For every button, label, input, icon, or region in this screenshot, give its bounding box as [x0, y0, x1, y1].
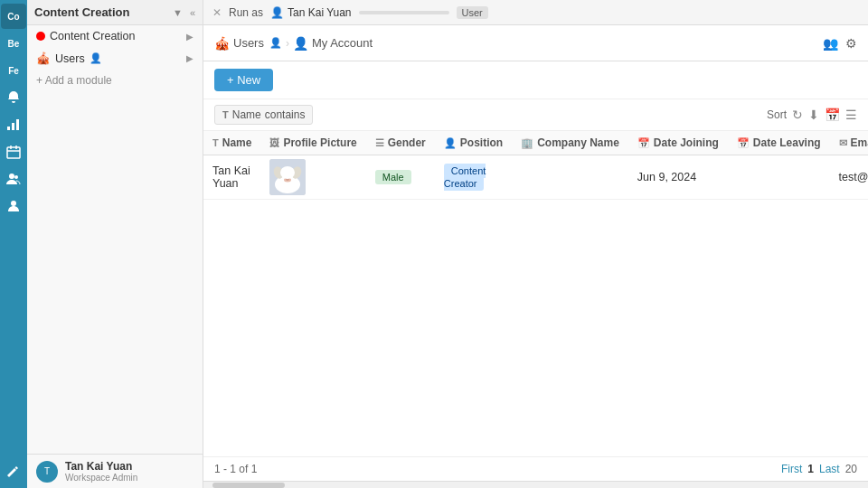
icon-bar-app[interactable]: Co [1, 4, 26, 29]
settings-icon[interactable]: ⚙ [845, 36, 857, 51]
avatar: T [36, 461, 58, 483]
sort-bar: Sort ↻ ⬇ 📅 ☰ [767, 108, 857, 122]
filter-type-icon: T [222, 109, 229, 120]
sidebar-item-content-creation[interactable]: Content Creation ▶ [27, 25, 203, 47]
breadcrumb-my-account[interactable]: 👤 My Account [293, 36, 373, 51]
cell-position: Content Creator [435, 155, 512, 200]
icon-bar-fe[interactable]: Fe [1, 58, 26, 83]
share-icon[interactable]: 👥 [823, 36, 838, 51]
col-position: 👤Position [435, 131, 512, 155]
content-creation-dot-icon [36, 32, 45, 41]
cell-gender: Male [366, 155, 435, 200]
sidebar-item-content-creation-label: Content Creation [50, 30, 136, 42]
current-page: 1 [807, 463, 814, 475]
sidebar-footer: T Tan Kai Yuan Workspace Admin [27, 454, 203, 488]
svg-point-19 [280, 166, 295, 179]
gender-badge: Male [375, 170, 411, 184]
svg-rect-3 [7, 147, 20, 158]
new-button[interactable]: + New [214, 69, 273, 91]
footer-user-info: Tan Kai Yuan Workspace Admin [65, 460, 137, 483]
profile-picture [269, 159, 306, 195]
svg-rect-2 [16, 119, 19, 130]
svg-rect-1 [12, 123, 14, 130]
breadcrumb-my-account-label: My Account [312, 36, 373, 50]
filter-operator: contains [265, 108, 306, 121]
run-as-user: 👤 Tan Kai Yuan [270, 6, 352, 19]
pagination-bar: 1 - 1 of 1 First 1 Last 20 [203, 456, 868, 481]
sidebar-item-users-arrow-icon: ▶ [186, 53, 193, 63]
bell-icon[interactable] [1, 85, 26, 110]
users-icon-emoji: 🎪 [36, 52, 51, 65]
breadcrumb-users[interactable]: 🎪 Users 👤 [214, 36, 282, 51]
breadcrumb-account-icon: 👤 [293, 36, 308, 51]
cell-profile-picture [260, 155, 365, 200]
users-group-icon[interactable] [1, 166, 26, 192]
first-page-button[interactable]: First [781, 463, 802, 475]
toolbar: + New [203, 61, 868, 99]
download-icon[interactable]: ⬇ [808, 108, 819, 122]
main-content: ✕ Run as 👤 Tan Kai Yuan User 🎪 Users 👤 ›… [203, 0, 868, 488]
top-bar: ✕ Run as 👤 Tan Kai Yuan User [203, 0, 868, 25]
sidebar: Content Creation ▼ « Content Creation ▶ … [27, 0, 203, 488]
refresh-icon[interactable]: ↻ [792, 108, 803, 122]
last-page-button[interactable]: Last [819, 463, 840, 475]
table-header-row: TName 🖼Profile Picture ☰Gender 👤Position… [203, 131, 868, 155]
breadcrumb-separator: › [286, 37, 289, 50]
col-company-name: 🏢Company Name [512, 131, 628, 155]
sort-label: Sort [767, 108, 787, 121]
scrollbar-thumb[interactable] [212, 483, 285, 488]
footer-user-role: Workspace Admin [65, 473, 137, 483]
breadcrumb-users-person-icon: 👤 [269, 37, 282, 49]
cell-date-joining: Jun 9, 2024 [628, 155, 728, 200]
sidebar-collapse-button[interactable]: « [190, 7, 195, 18]
filter-chip[interactable]: T Name contains [214, 105, 313, 125]
sidebar-item-users[interactable]: 🎪 Users 👤 ▶ [27, 47, 203, 70]
position-badge: Content Creator [444, 164, 486, 191]
svg-rect-0 [7, 127, 10, 130]
pagination-range: 1 - 1 of 1 [214, 463, 257, 475]
page-info: First 1 Last 20 [781, 463, 857, 475]
col-gender: ☰Gender [366, 131, 435, 155]
sidebar-item-users-label: Users [55, 52, 85, 65]
add-module-button[interactable]: + Add a module [27, 70, 203, 91]
users-person-icon: 👤 [90, 52, 102, 64]
breadcrumb: 🎪 Users 👤 › 👤 My Account 👥 ⚙ [203, 25, 868, 61]
close-button[interactable]: ✕ [212, 6, 222, 19]
run-as-person-icon: 👤 [270, 6, 284, 19]
col-name: TName [203, 131, 260, 155]
table-row[interactable]: Tan Kai Yuan [203, 155, 868, 200]
calendar-view-icon[interactable]: 📅 [825, 108, 840, 122]
chart-icon[interactable] [1, 112, 26, 137]
breadcrumb-users-label: Users [233, 36, 264, 50]
table-container: TName 🖼Profile Picture ☰Gender 👤Position… [203, 131, 868, 456]
data-table: TName 🖼Profile Picture ☰Gender 👤Position… [203, 131, 868, 200]
col-date-joining: 📅Date Joining [628, 131, 728, 155]
header-actions: 👥 ⚙ [823, 36, 857, 51]
page-size: 20 [845, 463, 857, 475]
tools-icon[interactable] [1, 459, 26, 484]
footer-user-name: Tan Kai Yuan [65, 460, 137, 473]
person-icon[interactable] [1, 193, 26, 219]
cell-email: test@mail.com [830, 155, 868, 200]
cell-name: Tan Kai Yuan [203, 155, 260, 200]
breadcrumb-users-icon: 🎪 [214, 36, 230, 51]
col-email: ✉Email [830, 131, 868, 155]
progress-bar [359, 11, 449, 14]
filter-field: Name [232, 108, 261, 121]
icon-bar-be[interactable]: Be [1, 31, 26, 56]
run-as-user-name: Tan Kai Yuan [288, 6, 352, 19]
horizontal-scrollbar[interactable] [203, 481, 868, 488]
user-badge: User [457, 6, 488, 19]
icon-bar-bottom [1, 459, 26, 488]
list-view-icon[interactable]: ☰ [845, 108, 857, 122]
run-as-label: Run as [229, 6, 263, 19]
calendar-icon[interactable] [1, 139, 26, 164]
col-date-leaving: 📅Date Leaving [728, 131, 830, 155]
add-module-label: + Add a module [36, 74, 112, 87]
sidebar-header: Content Creation ▼ « [27, 0, 203, 25]
col-profile-picture: 🖼Profile Picture [260, 131, 365, 155]
cell-company-name [512, 155, 628, 200]
filter-bar: T Name contains Sort ↻ ⬇ 📅 ☰ [203, 99, 868, 131]
svg-point-7 [9, 174, 14, 179]
sidebar-title: Content Creation [34, 5, 173, 19]
